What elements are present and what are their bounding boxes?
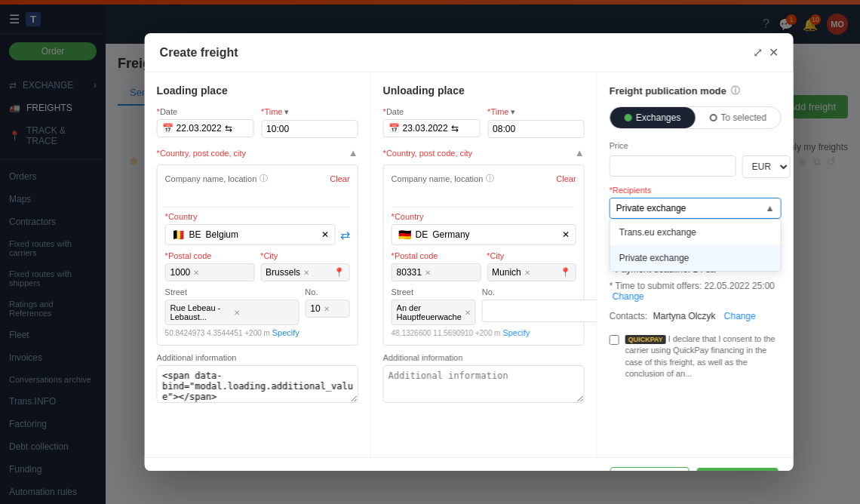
unloading-country-row: *Country, post code, city ▲	[383, 147, 585, 158]
modal-body: Loading place *Date 📅 22.03.2022 ⇆ *Time…	[145, 72, 794, 457]
unloading-company-label: Company name, location	[392, 174, 484, 183]
price-label: Price	[610, 141, 736, 150]
postal-remove-icon[interactable]: ✕	[193, 269, 199, 277]
unloading-country-label: *Country, post code, city	[383, 149, 472, 158]
quickpay-checkbox[interactable]	[610, 335, 619, 345]
loading-country-label: *Country, post code, city	[157, 149, 246, 158]
loading-date-input[interactable]: 📅 22.03.2022 ⇆	[157, 119, 254, 137]
unloading-postal-tag[interactable]: 80331 ✕	[392, 263, 481, 281]
city-remove-icon[interactable]: ✕	[303, 269, 309, 277]
unloading-location-box: Company name, location ⓘ Clear *Country …	[383, 164, 585, 346]
loading-country-field-label: *Country	[165, 212, 350, 221]
unloading-street-tag[interactable]: An der Hauptfeuerwache ✕	[392, 300, 476, 325]
exchanges-option[interactable]: Exchanges	[610, 107, 696, 128]
loading-clear-button[interactable]: Clear	[330, 174, 349, 183]
unloading-postal-city: *Postal code 80331 ✕ *City Munich ✕ 📍	[392, 251, 576, 281]
modal-header: Create freight ⤢ ✕	[145, 33, 794, 72]
save-draft-button[interactable]: Save as draft	[610, 467, 690, 471]
loading-time-label: *Time ▾	[261, 107, 358, 117]
country-x-icon[interactable]: ✕	[321, 229, 329, 240]
loading-title: Loading place	[157, 85, 358, 97]
loading-postal-label: *Postal code	[165, 251, 255, 260]
unloading-additional-info: Additional information	[383, 353, 585, 405]
additional-label: Additional information	[157, 353, 358, 362]
unloading-country-select[interactable]: 🇩🇪 DE Germany ✕	[392, 224, 576, 245]
quickpay-text: QUICKPAY I declare that I consent to the…	[625, 333, 782, 380]
unloading-time-label: *Time ▾	[487, 107, 585, 117]
swap-icon[interactable]: ⇄	[340, 228, 350, 242]
change-contacts-link[interactable]: Change	[724, 311, 756, 321]
payment-deadline-row: * Payment deadline: 14 da * Time to subm…	[610, 264, 782, 380]
unloading-additional-textarea[interactable]	[383, 365, 585, 403]
loading-street-label: Street	[165, 287, 299, 297]
unloading-postal-label: *Postal code	[392, 251, 481, 260]
loading-country-row: *Country, post code, city ▲	[157, 147, 358, 158]
unloading-street-remove-icon[interactable]: ✕	[465, 309, 471, 317]
dropdown-item-trans[interactable]: Trans.eu exchange	[610, 220, 781, 245]
loading-info-icon: ⓘ	[260, 173, 268, 184]
to-selected-radio-dot	[709, 114, 717, 121]
loading-additional-textarea[interactable]: <span data-bind="modal.loading.additiona…	[157, 365, 358, 403]
loading-country-name: Belgium	[206, 229, 238, 240]
unloading-postal-remove-icon[interactable]: ✕	[425, 269, 431, 277]
loading-specify-button[interactable]: Specify	[272, 328, 299, 337]
unloading-city-label: *City	[487, 251, 576, 260]
to-selected-option[interactable]: To selected	[696, 107, 781, 128]
price-input[interactable]: 930	[610, 155, 736, 177]
unloading-street-row: Street An der Hauptfeuerwache ✕ No.	[392, 287, 576, 325]
loading-no-tag[interactable]: 10 ✕	[305, 300, 349, 318]
close-button[interactable]: ✕	[769, 45, 779, 60]
loading-location-box: Company name, location ⓘ Clear *Country …	[157, 164, 358, 346]
unloading-city-remove-icon[interactable]: ✕	[524, 269, 530, 277]
loading-time-input[interactable]: 10:00	[261, 120, 358, 138]
unloading-specify-button[interactable]: Specify	[502, 328, 530, 337]
modal-title: Create freight	[160, 46, 238, 60]
recipients-label: *Recipients	[610, 186, 782, 195]
loading-country-select[interactable]: 🇧🇪 BE Belgium ✕	[165, 224, 336, 245]
unloading-title: Unloading place	[383, 85, 585, 97]
loading-city-label: *City	[260, 251, 350, 260]
loading-company-input[interactable]	[165, 190, 350, 207]
unloading-country-code: DE	[416, 229, 428, 240]
recipients-select[interactable]: Private exchange ▲	[610, 198, 782, 219]
time-submit-row: * Time to submit offers: 22.05.2022 25:0…	[610, 281, 782, 302]
unloading-city-tag[interactable]: Munich ✕ 📍	[487, 263, 576, 281]
loading-postal-tag[interactable]: 1000 ✕	[165, 263, 255, 281]
unloading-country-x-icon[interactable]: ✕	[562, 229, 570, 240]
recipients-group: *Recipients Private exchange ▲ Trans.eu …	[610, 186, 782, 219]
pub-title: Freight publication mode ⓘ	[610, 85, 782, 97]
quickpay-badge: QUICKPAY	[625, 335, 666, 344]
unloading-no-input[interactable]	[482, 300, 597, 322]
unloading-time-group: *Time ▾ 08:00	[487, 107, 585, 138]
unloading-date-input[interactable]: 📅 23.03.2022 ⇆	[383, 119, 480, 137]
currency-select[interactable]: EUR	[742, 155, 791, 178]
loading-coords: 50.8424973 4.3544451 +200 m Specify	[165, 328, 350, 337]
dropdown-item-private[interactable]: Private exchange	[610, 245, 781, 271]
contacts-row: Contacts: Martyna Olczyk Change	[610, 311, 782, 321]
loading-time-group: *Time ▾ 10:00	[261, 107, 358, 138]
loading-date-group: *Date 📅 22.03.2022 ⇆	[157, 107, 254, 138]
publish-button[interactable]: Publish freight	[697, 468, 779, 471]
price-row: Price 930 EUR	[610, 141, 782, 178]
loading-street-tag[interactable]: Rue Lebeau - Lebaust... ✕	[165, 300, 299, 325]
loading-city-tag[interactable]: Brussels ✕ 📍	[260, 263, 350, 281]
unloading-date-group: *Date 📅 23.03.2022 ⇆	[383, 107, 480, 138]
currency-label	[742, 141, 791, 150]
modal-footer: Clear form Add another freight Save as d…	[145, 457, 794, 471]
unloading-clear-button[interactable]: Clear	[556, 174, 576, 183]
publication-mode-group: Exchanges To selected	[610, 106, 782, 129]
no-remove-icon[interactable]: ✕	[324, 305, 330, 313]
unloading-toggle-icon[interactable]: ▲	[575, 147, 585, 158]
unloading-time-input[interactable]: 08:00	[487, 120, 585, 138]
loading-section: Loading place *Date 📅 22.03.2022 ⇆ *Time…	[145, 72, 371, 457]
expand-button[interactable]: ⤢	[753, 45, 763, 60]
loading-additional-info: Additional information <span data-bind="…	[157, 353, 358, 405]
time-submit-asterisk: *	[610, 281, 613, 291]
select-arrow-icon: ▲	[766, 203, 775, 214]
street-remove-icon[interactable]: ✕	[234, 309, 240, 317]
unloading-pin-icon: 📍	[560, 267, 571, 278]
loading-toggle-icon[interactable]: ▲	[349, 147, 358, 158]
unloading-company-input[interactable]	[392, 190, 576, 207]
publication-section: Freight publication mode ⓘ Exchanges To …	[597, 72, 794, 457]
change-time-link[interactable]: Change	[613, 291, 644, 302]
